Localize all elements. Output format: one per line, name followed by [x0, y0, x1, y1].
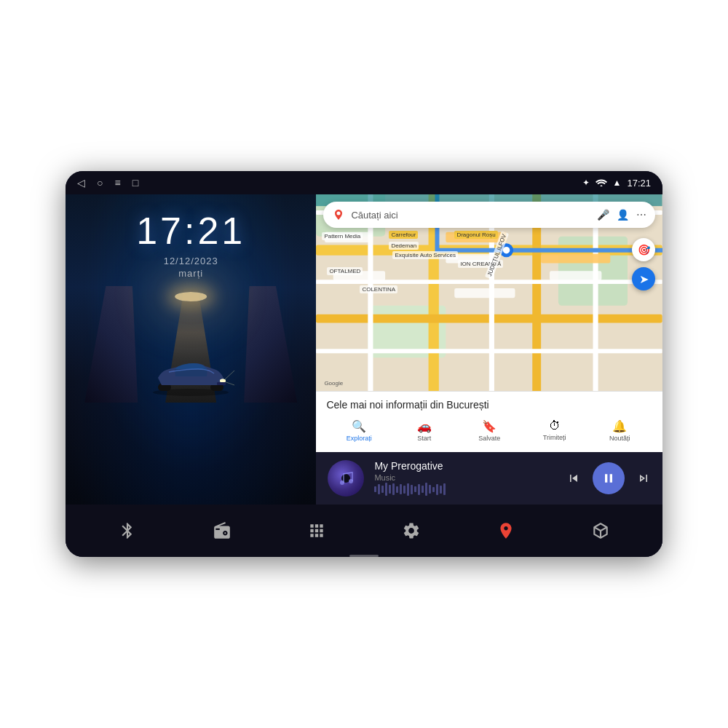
nav-tab-news[interactable]: 🔔 Noutăți — [587, 416, 652, 445]
waveform-bar — [378, 484, 380, 494]
svg-point-33 — [349, 479, 353, 483]
bottom-dock — [66, 505, 662, 557]
google-maps-icon — [496, 521, 515, 540]
dots-icon[interactable]: ⋯ — [636, 209, 646, 221]
nav-tab-send[interactable]: ⏱ Trimiteți — [522, 416, 587, 445]
mic-icon[interactable]: 🎤 — [597, 209, 609, 221]
search-action-icons: 🎤 👤 ⋯ — [597, 209, 646, 221]
music-subtitle: Music — [374, 473, 556, 482]
radio-icon — [213, 521, 232, 540]
main-screen: 17:21 12/12/2023 marți — [66, 194, 662, 557]
map-area[interactable]: Pattern Media Carrefour Dedeman Dragonul… — [316, 194, 662, 391]
apps-icon — [307, 521, 326, 540]
info-title: Cele mai noi informații din București — [326, 399, 652, 411]
bluetooth-icon — [118, 521, 137, 540]
dock-3d[interactable] — [582, 513, 619, 549]
map-label-carrefour: Carrefour — [389, 231, 418, 239]
start-label: Start — [417, 435, 431, 442]
search-bar[interactable]: Căutați aici 🎤 👤 ⋯ — [323, 202, 655, 228]
status-left-icons: ◁ ○ ≡ □ — [77, 177, 138, 189]
settings-icon — [402, 521, 421, 540]
waveform-bar — [443, 483, 446, 495]
music-note-icon — [336, 468, 356, 488]
wifi-status-icon — [596, 178, 607, 189]
svg-point-31 — [337, 212, 341, 215]
menu-icon[interactable]: ≡ — [114, 177, 120, 189]
map-label-dedeman: Dedeman — [389, 242, 419, 250]
car-image — [84, 286, 297, 403]
dock-bluetooth[interactable] — [109, 513, 146, 549]
map-label-pattern: Pattern Media — [322, 232, 363, 240]
pause-icon — [601, 471, 616, 486]
map-navigate-btn[interactable]: ➤ — [632, 267, 655, 290]
news-label: Noutăți — [609, 435, 630, 442]
explore-label: Explorați — [347, 435, 372, 442]
waveform-bar — [389, 485, 391, 494]
nav-tab-saved[interactable]: 🔖 Salvate — [456, 416, 522, 445]
right-panel: Pattern Media Carrefour Dedeman Dragonul… — [316, 194, 662, 505]
svg-point-32 — [340, 480, 344, 485]
signal-status-icon: ▲ — [613, 178, 622, 188]
waveform-bar — [418, 484, 420, 495]
tunnel-light — [175, 292, 207, 301]
map-label-google: Google — [322, 379, 345, 387]
waveform-bar — [414, 486, 416, 492]
screenshot-icon[interactable]: □ — [132, 177, 138, 189]
waveform-bar — [396, 486, 398, 493]
home-icon[interactable]: ○ — [97, 177, 103, 189]
car-svg — [147, 356, 234, 399]
map-controls: 🎯 ➤ — [632, 238, 655, 290]
music-waveform — [374, 482, 556, 496]
account-icon[interactable]: 👤 — [617, 209, 629, 221]
map-label-colentina: COLENTINA — [360, 285, 397, 293]
dock-apps[interactable] — [298, 513, 335, 549]
swipe-indicator — [349, 555, 379, 557]
start-icon: 🚗 — [417, 419, 432, 433]
waveform-bar — [422, 486, 424, 493]
waveform-bar — [403, 486, 405, 494]
back-icon[interactable]: ◁ — [77, 177, 85, 189]
music-controls — [566, 462, 651, 494]
svg-rect-26 — [455, 288, 515, 298]
waveform-bar — [392, 483, 395, 495]
music-info: My Prerogative Music — [374, 460, 556, 496]
waveform-bar — [411, 485, 413, 494]
waveform-bar — [429, 485, 431, 494]
waveform-bar — [425, 483, 427, 496]
dock-radio[interactable] — [204, 513, 240, 549]
waveform-bar — [407, 483, 409, 496]
album-art[interactable] — [328, 460, 364, 496]
google-maps-logo — [332, 208, 345, 221]
top-area: 17:21 12/12/2023 marți — [66, 194, 662, 505]
svg-point-21 — [503, 247, 510, 254]
map-layers-btn[interactable]: 🎯 — [632, 238, 655, 261]
next-track-button[interactable] — [636, 471, 651, 486]
send-icon: ⏱ — [549, 419, 561, 432]
left-panel: 17:21 12/12/2023 marți — [66, 194, 316, 505]
map-label-oftalmed: OFTALMED — [327, 267, 363, 275]
info-panel: Cele mai noi informații din București 🔍 … — [316, 391, 662, 452]
map-label-exquisite: Exquisite Auto Services — [392, 251, 458, 259]
waveform-bar — [385, 483, 387, 496]
svg-rect-5 — [217, 382, 226, 385]
nav-tab-explore[interactable]: 🔍 Explorați — [326, 416, 392, 445]
dock-settings[interactable] — [393, 513, 430, 549]
play-pause-button[interactable] — [593, 462, 625, 494]
search-placeholder: Căutați aici — [351, 210, 591, 221]
clock-day: marți — [178, 268, 203, 279]
status-time: 17:21 — [627, 178, 651, 189]
svg-rect-27 — [542, 253, 611, 263]
waveform-bar — [436, 484, 438, 495]
dock-maps[interactable] — [488, 513, 524, 549]
waveform-bar — [440, 486, 442, 494]
map-label-dragonul: Dragonul Roșu — [454, 231, 497, 239]
cube-icon — [591, 521, 610, 540]
clock-date: 12/12/2023 — [164, 256, 218, 266]
skip-next-icon — [636, 471, 651, 486]
explore-icon: 🔍 — [352, 419, 366, 433]
prev-track-button[interactable] — [566, 471, 581, 486]
news-icon: 🔔 — [612, 419, 627, 433]
status-bar: ◁ ○ ≡ □ ✦ ▲ 17:21 — [66, 171, 662, 194]
waveform-bar — [374, 486, 376, 492]
nav-tab-start[interactable]: 🚗 Start — [392, 416, 457, 445]
